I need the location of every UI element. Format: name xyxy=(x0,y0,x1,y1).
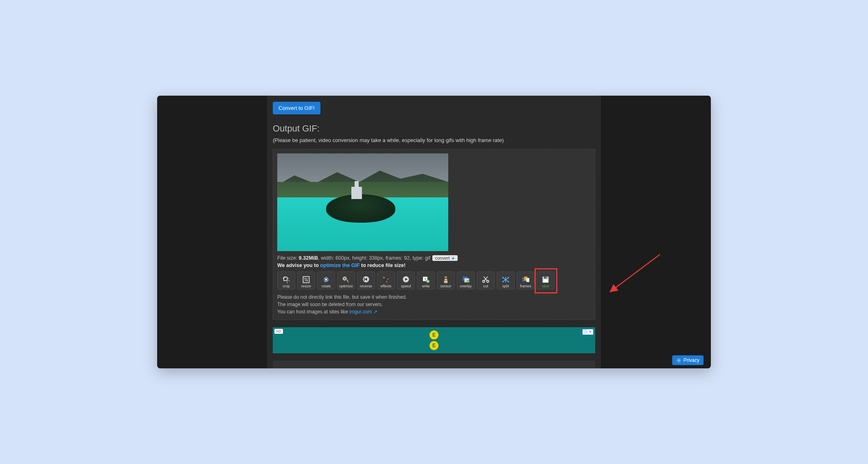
tool-reverse[interactable]: reverse xyxy=(357,271,375,289)
toolbar: crop resize rotate xyxy=(277,271,591,289)
advise-pre: We advise you to xyxy=(277,263,320,268)
content-column: Convert to GIF! Output GIF: (Please be p… xyxy=(267,96,601,368)
tool-label: speed xyxy=(401,285,411,288)
save-icon xyxy=(541,275,550,284)
cut-icon xyxy=(481,275,491,284)
overlay-icon xyxy=(461,275,471,284)
effects-icon xyxy=(381,275,391,284)
svg-point-25 xyxy=(502,281,504,282)
imgur-link[interactable]: imgur.com xyxy=(349,309,372,315)
tool-label: save xyxy=(541,285,549,288)
tool-label: reverse xyxy=(360,285,372,288)
meta-prefix: File size: xyxy=(277,255,299,261)
tool-write[interactable]: T write xyxy=(417,271,435,289)
tool-frames[interactable]: frames xyxy=(517,271,535,289)
optimize-link[interactable]: optimize the GIF xyxy=(320,263,359,268)
tool-effects[interactable]: effects xyxy=(377,271,395,289)
svg-rect-17 xyxy=(444,280,447,283)
tool-label: censor xyxy=(440,285,451,288)
tool-label: overlay xyxy=(460,285,471,288)
tool-split[interactable]: split xyxy=(497,271,515,289)
tool-label: frames xyxy=(520,285,531,288)
tool-cut[interactable]: cut xyxy=(477,271,495,289)
app-window: Convert to GIF! Output GIF: (Please be p… xyxy=(157,96,711,368)
privacy-label: Privacy xyxy=(684,357,699,363)
output-section-title: Output GIF: xyxy=(273,123,595,134)
optimize-advise: We advise you to optimize the GIF to red… xyxy=(277,263,591,268)
footnote-line: Please do not directly link this file, b… xyxy=(277,293,591,301)
ad-badge: AD xyxy=(274,329,283,334)
gif-preview[interactable] xyxy=(277,153,448,251)
ad-logo: E E xyxy=(430,330,438,350)
tool-save[interactable]: save xyxy=(537,271,555,289)
crop-icon xyxy=(281,275,291,284)
ad-banner[interactable]: AD ⓘ ✕ E E xyxy=(273,327,595,353)
resize-icon xyxy=(301,275,311,284)
output-box: File size: 9.32MiB, width: 600px, height… xyxy=(273,149,595,320)
svg-point-8 xyxy=(383,277,384,278)
convert-chip[interactable]: convert xyxy=(432,255,457,261)
tool-label: cut xyxy=(483,285,488,288)
censor-icon xyxy=(441,275,451,284)
svg-rect-29 xyxy=(526,278,530,282)
svg-point-26 xyxy=(508,281,509,282)
tool-overlay[interactable]: overlay xyxy=(457,271,475,289)
svg-text:T: T xyxy=(424,277,427,281)
split-icon xyxy=(501,275,511,284)
svg-rect-0 xyxy=(284,277,287,280)
reverse-icon xyxy=(361,275,371,284)
scroll-area[interactable]: Convert to GIF! Output GIF: (Please be p… xyxy=(157,96,711,368)
patience-note: (Please be patient, video conversion may… xyxy=(273,137,595,143)
svg-point-10 xyxy=(386,281,387,282)
svg-rect-33 xyxy=(546,277,547,278)
footnote-line: You can host images at sites like imgur.… xyxy=(277,308,591,315)
tool-censor[interactable]: censor xyxy=(437,271,455,289)
frames-icon xyxy=(521,275,530,284)
divider xyxy=(273,96,595,96)
tool-crop[interactable]: crop xyxy=(277,271,295,289)
tool-label: split xyxy=(502,285,509,288)
tool-label: write xyxy=(422,285,430,288)
svg-rect-7 xyxy=(364,278,365,281)
svg-rect-2 xyxy=(325,279,327,281)
svg-point-9 xyxy=(387,278,388,280)
tool-label: resize xyxy=(301,285,311,288)
svg-rect-5 xyxy=(346,280,349,283)
tool-label: effects xyxy=(381,285,391,288)
ad-close[interactable]: ⓘ ✕ xyxy=(582,329,594,335)
convert-button[interactable]: Convert to GIF! xyxy=(273,102,320,114)
meta-size: 9.32MiB xyxy=(299,255,318,261)
footnote-line: The image will soon be deleted from our … xyxy=(277,301,591,308)
write-icon: T xyxy=(421,275,431,284)
gear-icon xyxy=(676,358,682,363)
tool-speed[interactable]: speed xyxy=(397,271,415,289)
tool-resize[interactable]: resize xyxy=(297,271,315,289)
svg-point-4 xyxy=(344,278,345,279)
svg-rect-31 xyxy=(544,277,547,279)
footnotes: Please do not directly link this file, b… xyxy=(277,293,591,315)
svg-rect-16 xyxy=(443,278,448,279)
file-meta: File size: 9.32MiB, width: 600px, height… xyxy=(277,255,591,261)
meta-rest: , width: 600px, height: 338px, frames: 9… xyxy=(318,255,430,261)
svg-point-35 xyxy=(678,359,679,361)
optimize-icon xyxy=(341,275,351,284)
convert-chip-label: convert xyxy=(435,256,449,260)
rotate-icon xyxy=(321,275,331,284)
external-link-icon: ↗ xyxy=(372,309,377,315)
speed-icon xyxy=(401,275,411,284)
svg-point-23 xyxy=(502,277,504,278)
tool-label: crop xyxy=(283,285,290,288)
svg-point-24 xyxy=(508,277,509,278)
tool-rotate[interactable]: rotate xyxy=(317,271,335,289)
tool-optimize[interactable]: optimize xyxy=(337,271,355,289)
page: Convert to GIF! Output GIF: (Please be p… xyxy=(157,96,711,368)
advise-post: to reduce file size! xyxy=(360,263,406,268)
bottom-strip xyxy=(273,361,595,368)
tool-label: rotate xyxy=(321,285,331,288)
privacy-button[interactable]: Privacy xyxy=(672,355,704,365)
svg-rect-32 xyxy=(544,280,548,282)
tool-label: optimize xyxy=(339,285,353,288)
